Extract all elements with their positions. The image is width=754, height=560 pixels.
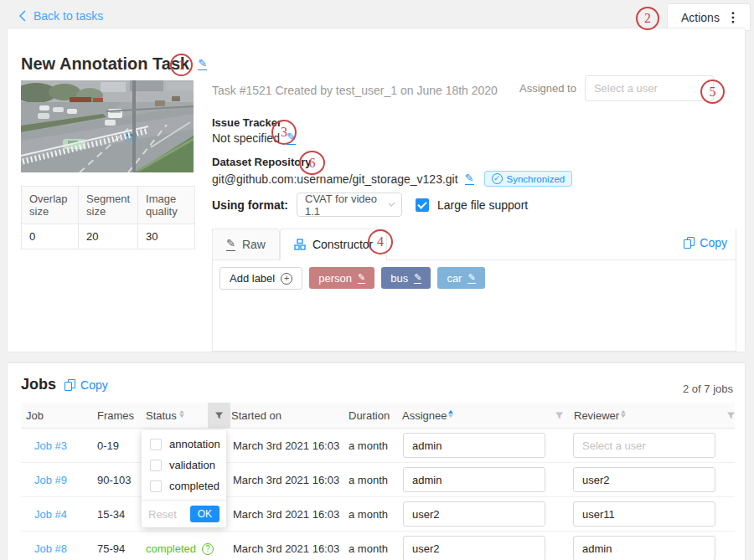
annotation-circle-2: 2: [636, 7, 659, 30]
filter-funnel-icon: [214, 411, 224, 420]
checkbox-validation[interactable]: [150, 460, 162, 471]
label-chip-bus[interactable]: bus ✎: [381, 267, 431, 289]
assignee-filter-button[interactable]: [555, 410, 564, 423]
annotation-circle-3: 3: [271, 120, 297, 145]
issue-tracker-label: Issue Tracker: [212, 116, 281, 129]
column-started: Started on: [231, 403, 281, 429]
edit-label-person-icon[interactable]: ✎: [358, 272, 365, 283]
edit-repository-icon[interactable]: ✎: [465, 172, 474, 185]
filter-option-annotation[interactable]: annotation: [142, 434, 226, 455]
label-chip-person[interactable]: person ✎: [309, 267, 374, 289]
copy-jobs-link[interactable]: Copy: [65, 378, 108, 392]
labels-editor: ✎ Raw Constructor Copy: [212, 229, 736, 352]
copy-labels-label: Copy: [700, 236, 727, 249]
label-chip-bus-name: bus: [390, 272, 408, 285]
edit-label-car-icon[interactable]: ✎: [467, 272, 475, 283]
cvat-task-page: Back to tasks Actions ⋮ New Annotation T…: [0, 0, 754, 560]
format-select-value: CVAT for video 1.1: [305, 193, 383, 218]
job-reviewer-input[interactable]: [573, 536, 715, 560]
column-status: Status: [146, 403, 177, 429]
jobs-count: 2 of 7 jobs: [683, 383, 733, 395]
filter-option-completed-label: completed: [169, 480, 219, 492]
question-circle-icon[interactable]: ?: [202, 543, 214, 555]
jobs-header: Jobs Copy: [21, 376, 108, 393]
tab-raw[interactable]: ✎ Raw: [212, 229, 280, 260]
checkbox-completed[interactable]: [150, 480, 162, 492]
job-assignee-input[interactable]: [403, 433, 545, 458]
param-value-quality: 30: [138, 224, 195, 249]
actions-label: Actions: [681, 11, 720, 24]
task-details-card: New Annotation Task ✎: [7, 28, 746, 352]
job-status-text: completed: [146, 542, 196, 555]
job-link[interactable]: Job #9: [34, 474, 67, 486]
checkbox-annotation[interactable]: [150, 439, 162, 450]
dataset-repository-value: git@github.com:username/git_storage_v123…: [212, 172, 458, 186]
dataset-repository-row: git@github.com:username/git_storage_v123…: [212, 171, 572, 187]
status-filter-button[interactable]: [208, 403, 230, 429]
task-preview-image: [21, 80, 194, 172]
job-link[interactable]: Job #4: [34, 508, 67, 521]
job-assignee-input[interactable]: [403, 467, 545, 492]
add-label-button[interactable]: Add label +: [219, 267, 302, 290]
jobs-table: Job Frames Status Started on Duration As…: [21, 403, 735, 560]
column-duration: Duration: [349, 403, 390, 429]
jobs-title: Jobs: [21, 376, 56, 393]
filter-option-annotation-label: annotation: [169, 438, 220, 450]
jobs-table-header: Job Frames Status Started on Duration As…: [21, 403, 735, 429]
column-job: Job: [26, 403, 44, 429]
copy-icon: [65, 379, 75, 391]
copy-icon: [684, 237, 695, 249]
edit-label-bus-icon[interactable]: ✎: [414, 272, 421, 283]
raw-tab-icon: ✎: [226, 238, 235, 250]
job-duration: a month: [349, 508, 388, 521]
format-select[interactable]: CVAT for video 1.1: [297, 193, 402, 217]
job-row: Job #3 0-19 March 3rd 2021 16:03 a month: [21, 429, 735, 463]
labels-tab-bar: ✎ Raw Constructor Copy: [213, 229, 736, 260]
filter-option-completed[interactable]: completed: [142, 475, 226, 496]
column-frames: Frames: [97, 403, 134, 429]
back-to-tasks-link[interactable]: Back to tasks: [18, 9, 103, 23]
edit-title-icon[interactable]: ✎: [198, 58, 207, 70]
filter-option-validation[interactable]: validation: [142, 455, 226, 475]
large-file-support-checkbox[interactable]: [416, 198, 429, 212]
job-started: March 3rd 2021 16:03: [233, 508, 339, 521]
annotation-circle-4: 4: [368, 229, 393, 254]
job-row: Job #9 90-103 March 3rd 2021 16:03 a mon…: [21, 463, 735, 497]
chevron-down-icon: [388, 200, 395, 207]
assignee-sort-icon[interactable]: [448, 410, 453, 418]
copy-labels-link[interactable]: Copy: [684, 236, 727, 249]
filter-funnel-icon: [726, 411, 736, 420]
constructor-panel: Add label + person ✎ bus ✎ car ✎: [213, 260, 736, 296]
filter-reset-button[interactable]: Reset: [148, 508, 177, 521]
task-assignee-select[interactable]: [585, 75, 714, 101]
job-frames: 75-94: [97, 542, 125, 555]
reviewer-filter-button[interactable]: [726, 410, 736, 423]
copy-jobs-label: Copy: [80, 378, 108, 392]
filter-funnel-icon: [555, 411, 564, 420]
street-scene-preview: [21, 80, 194, 172]
reviewer-sort-icon[interactable]: [621, 410, 626, 418]
chevron-left-icon: [18, 10, 26, 22]
task-meta: Task #1521 Created by test_user_1 on Jun…: [212, 84, 498, 97]
job-started: March 3rd 2021 16:03: [233, 439, 339, 452]
label-chip-car[interactable]: car ✎: [437, 267, 484, 289]
format-row: Using format: CVAT for video 1.1 Large f…: [212, 193, 528, 217]
param-value-segment: 20: [79, 224, 138, 249]
sync-status-badge: ✓ Synchronized: [484, 171, 573, 187]
job-reviewer-input[interactable]: [573, 433, 715, 458]
job-started: March 3rd 2021 16:03: [233, 474, 339, 486]
status-sort-icon[interactable]: [179, 410, 184, 418]
job-link[interactable]: Job #3: [34, 439, 67, 452]
raw-tab-label: Raw: [242, 238, 266, 251]
filter-ok-button[interactable]: OK: [190, 506, 219, 522]
job-link[interactable]: Job #8: [34, 542, 67, 555]
job-duration: a month: [349, 439, 388, 452]
back-to-tasks-label: Back to tasks: [34, 9, 103, 23]
job-reviewer-input[interactable]: [573, 501, 715, 527]
job-duration: a month: [349, 542, 388, 555]
annotation-circle-5: 5: [700, 80, 725, 104]
job-assignee-input[interactable]: [403, 501, 545, 527]
job-assignee-input[interactable]: [403, 536, 545, 560]
job-reviewer-input[interactable]: [573, 467, 715, 492]
job-row: Job #8 75-94 completed ? March 3rd 2021 …: [21, 532, 735, 560]
